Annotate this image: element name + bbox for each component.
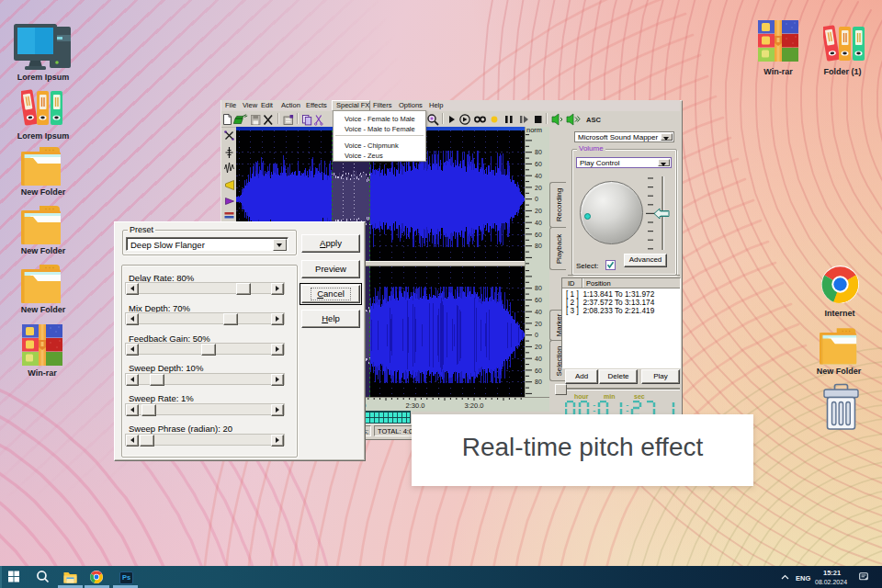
svg-text:60: 60 xyxy=(535,161,542,167)
svg-text:20: 20 xyxy=(535,321,542,327)
svg-text:80: 80 xyxy=(535,379,542,385)
svg-text:40: 40 xyxy=(535,309,542,315)
svg-text:60: 60 xyxy=(535,232,542,238)
svg-text:2:30.0: 2:30.0 xyxy=(406,401,425,410)
svg-text:20: 20 xyxy=(535,208,542,214)
svg-text:60: 60 xyxy=(535,368,542,374)
svg-text:ASC: ASC xyxy=(586,116,601,124)
svg-text:0: 0 xyxy=(535,332,538,338)
svg-text:40: 40 xyxy=(535,220,542,226)
svg-text:60: 60 xyxy=(535,297,542,303)
svg-text:80: 80 xyxy=(535,285,542,291)
svg-text:20: 20 xyxy=(535,185,542,191)
svg-text:3:20.0: 3:20.0 xyxy=(465,401,484,410)
svg-text:20: 20 xyxy=(535,344,542,350)
svg-text:0: 0 xyxy=(535,196,538,202)
svg-text:80: 80 xyxy=(535,149,542,155)
svg-text:80: 80 xyxy=(535,243,542,249)
svg-text:40: 40 xyxy=(535,173,542,179)
svg-text:40: 40 xyxy=(535,356,542,362)
